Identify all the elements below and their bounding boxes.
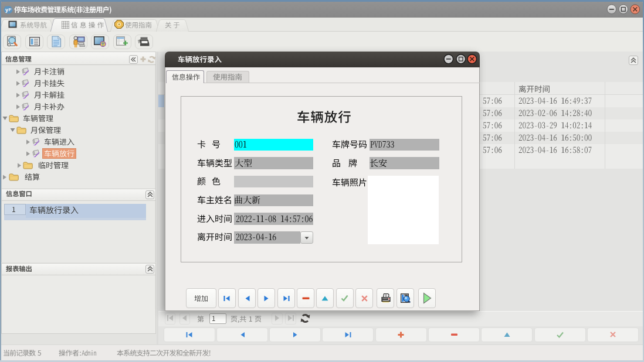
svg-text:y: y	[5, 7, 8, 13]
svg-text:F: F	[9, 7, 12, 12]
